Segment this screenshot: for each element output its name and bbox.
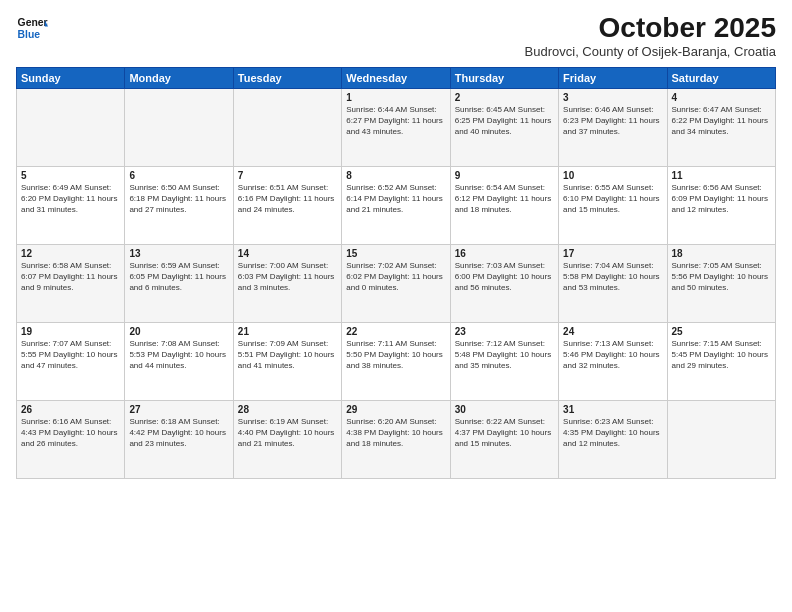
calendar-cell: 28Sunrise: 6:19 AM Sunset: 4:40 PM Dayli… [233,401,341,479]
calendar-cell: 30Sunrise: 6:22 AM Sunset: 4:37 PM Dayli… [450,401,558,479]
cell-info-text: Sunrise: 6:51 AM Sunset: 6:16 PM Dayligh… [238,183,337,215]
cell-info-text: Sunrise: 7:05 AM Sunset: 5:56 PM Dayligh… [672,261,771,293]
cell-info-text: Sunrise: 6:22 AM Sunset: 4:37 PM Dayligh… [455,417,554,449]
cell-date-number: 3 [563,92,662,103]
calendar-cell: 9Sunrise: 6:54 AM Sunset: 6:12 PM Daylig… [450,167,558,245]
cell-date-number: 27 [129,404,228,415]
cell-date-number: 9 [455,170,554,181]
cell-date-number: 31 [563,404,662,415]
calendar-cell [233,89,341,167]
col-sunday: Sunday [17,68,125,89]
cell-info-text: Sunrise: 7:13 AM Sunset: 5:46 PM Dayligh… [563,339,662,371]
calendar-cell [125,89,233,167]
title-block: October 2025 Budrovci, County of Osijek-… [525,12,776,59]
logo-icon: General Blue [16,12,48,44]
cell-date-number: 14 [238,248,337,259]
cell-info-text: Sunrise: 7:09 AM Sunset: 5:51 PM Dayligh… [238,339,337,371]
cell-date-number: 22 [346,326,445,337]
svg-text:Blue: Blue [18,29,41,40]
cell-date-number: 6 [129,170,228,181]
cell-date-number: 2 [455,92,554,103]
calendar-cell: 14Sunrise: 7:00 AM Sunset: 6:03 PM Dayli… [233,245,341,323]
calendar-cell: 3Sunrise: 6:46 AM Sunset: 6:23 PM Daylig… [559,89,667,167]
cell-info-text: Sunrise: 6:56 AM Sunset: 6:09 PM Dayligh… [672,183,771,215]
calendar-cell: 13Sunrise: 6:59 AM Sunset: 6:05 PM Dayli… [125,245,233,323]
calendar-cell: 6Sunrise: 6:50 AM Sunset: 6:18 PM Daylig… [125,167,233,245]
cell-info-text: Sunrise: 7:02 AM Sunset: 6:02 PM Dayligh… [346,261,445,293]
cell-date-number: 13 [129,248,228,259]
calendar-week-1: 1Sunrise: 6:44 AM Sunset: 6:27 PM Daylig… [17,89,776,167]
col-monday: Monday [125,68,233,89]
cell-date-number: 1 [346,92,445,103]
calendar-cell: 20Sunrise: 7:08 AM Sunset: 5:53 PM Dayli… [125,323,233,401]
calendar-cell: 4Sunrise: 6:47 AM Sunset: 6:22 PM Daylig… [667,89,775,167]
cell-info-text: Sunrise: 6:58 AM Sunset: 6:07 PM Dayligh… [21,261,120,293]
calendar-week-2: 5Sunrise: 6:49 AM Sunset: 6:20 PM Daylig… [17,167,776,245]
cell-date-number: 29 [346,404,445,415]
calendar-cell: 31Sunrise: 6:23 AM Sunset: 4:35 PM Dayli… [559,401,667,479]
col-wednesday: Wednesday [342,68,450,89]
cell-date-number: 10 [563,170,662,181]
calendar-cell: 27Sunrise: 6:18 AM Sunset: 4:42 PM Dayli… [125,401,233,479]
calendar-cell: 17Sunrise: 7:04 AM Sunset: 5:58 PM Dayli… [559,245,667,323]
cell-info-text: Sunrise: 6:54 AM Sunset: 6:12 PM Dayligh… [455,183,554,215]
header-row: Sunday Monday Tuesday Wednesday Thursday… [17,68,776,89]
col-thursday: Thursday [450,68,558,89]
cell-date-number: 19 [21,326,120,337]
calendar-cell: 26Sunrise: 6:16 AM Sunset: 4:43 PM Dayli… [17,401,125,479]
cell-info-text: Sunrise: 6:16 AM Sunset: 4:43 PM Dayligh… [21,417,120,449]
cell-date-number: 4 [672,92,771,103]
calendar-cell: 23Sunrise: 7:12 AM Sunset: 5:48 PM Dayli… [450,323,558,401]
col-friday: Friday [559,68,667,89]
cell-info-text: Sunrise: 6:59 AM Sunset: 6:05 PM Dayligh… [129,261,228,293]
cell-info-text: Sunrise: 6:47 AM Sunset: 6:22 PM Dayligh… [672,105,771,137]
calendar-cell: 5Sunrise: 6:49 AM Sunset: 6:20 PM Daylig… [17,167,125,245]
calendar-cell: 11Sunrise: 6:56 AM Sunset: 6:09 PM Dayli… [667,167,775,245]
calendar-cell: 8Sunrise: 6:52 AM Sunset: 6:14 PM Daylig… [342,167,450,245]
cell-date-number: 11 [672,170,771,181]
calendar-week-3: 12Sunrise: 6:58 AM Sunset: 6:07 PM Dayli… [17,245,776,323]
calendar-cell: 2Sunrise: 6:45 AM Sunset: 6:25 PM Daylig… [450,89,558,167]
calendar-cell: 18Sunrise: 7:05 AM Sunset: 5:56 PM Dayli… [667,245,775,323]
cell-info-text: Sunrise: 6:52 AM Sunset: 6:14 PM Dayligh… [346,183,445,215]
cell-info-text: Sunrise: 7:12 AM Sunset: 5:48 PM Dayligh… [455,339,554,371]
cell-date-number: 8 [346,170,445,181]
cell-info-text: Sunrise: 6:19 AM Sunset: 4:40 PM Dayligh… [238,417,337,449]
cell-info-text: Sunrise: 7:00 AM Sunset: 6:03 PM Dayligh… [238,261,337,293]
cell-date-number: 28 [238,404,337,415]
cell-info-text: Sunrise: 7:07 AM Sunset: 5:55 PM Dayligh… [21,339,120,371]
col-saturday: Saturday [667,68,775,89]
cell-info-text: Sunrise: 6:55 AM Sunset: 6:10 PM Dayligh… [563,183,662,215]
cell-date-number: 7 [238,170,337,181]
cell-info-text: Sunrise: 6:50 AM Sunset: 6:18 PM Dayligh… [129,183,228,215]
calendar-page: General Blue October 2025 Budrovci, Coun… [0,0,792,612]
calendar-cell: 10Sunrise: 6:55 AM Sunset: 6:10 PM Dayli… [559,167,667,245]
cell-date-number: 30 [455,404,554,415]
calendar-cell: 25Sunrise: 7:15 AM Sunset: 5:45 PM Dayli… [667,323,775,401]
calendar-cell: 19Sunrise: 7:07 AM Sunset: 5:55 PM Dayli… [17,323,125,401]
calendar-cell: 29Sunrise: 6:20 AM Sunset: 4:38 PM Dayli… [342,401,450,479]
cell-info-text: Sunrise: 6:18 AM Sunset: 4:42 PM Dayligh… [129,417,228,449]
cell-date-number: 23 [455,326,554,337]
cell-info-text: Sunrise: 6:23 AM Sunset: 4:35 PM Dayligh… [563,417,662,449]
calendar-cell: 24Sunrise: 7:13 AM Sunset: 5:46 PM Dayli… [559,323,667,401]
cell-info-text: Sunrise: 6:45 AM Sunset: 6:25 PM Dayligh… [455,105,554,137]
cell-info-text: Sunrise: 7:15 AM Sunset: 5:45 PM Dayligh… [672,339,771,371]
calendar-cell [667,401,775,479]
location: Budrovci, County of Osijek-Baranja, Croa… [525,44,776,59]
header: General Blue October 2025 Budrovci, Coun… [16,12,776,59]
cell-date-number: 18 [672,248,771,259]
calendar-cell: 16Sunrise: 7:03 AM Sunset: 6:00 PM Dayli… [450,245,558,323]
svg-text:General: General [18,17,48,28]
cell-info-text: Sunrise: 6:46 AM Sunset: 6:23 PM Dayligh… [563,105,662,137]
cell-date-number: 17 [563,248,662,259]
calendar-week-5: 26Sunrise: 6:16 AM Sunset: 4:43 PM Dayli… [17,401,776,479]
cell-info-text: Sunrise: 6:44 AM Sunset: 6:27 PM Dayligh… [346,105,445,137]
calendar-cell [17,89,125,167]
cell-info-text: Sunrise: 7:04 AM Sunset: 5:58 PM Dayligh… [563,261,662,293]
cell-date-number: 21 [238,326,337,337]
cell-date-number: 12 [21,248,120,259]
cell-date-number: 26 [21,404,120,415]
month-year: October 2025 [525,12,776,44]
cell-info-text: Sunrise: 7:08 AM Sunset: 5:53 PM Dayligh… [129,339,228,371]
